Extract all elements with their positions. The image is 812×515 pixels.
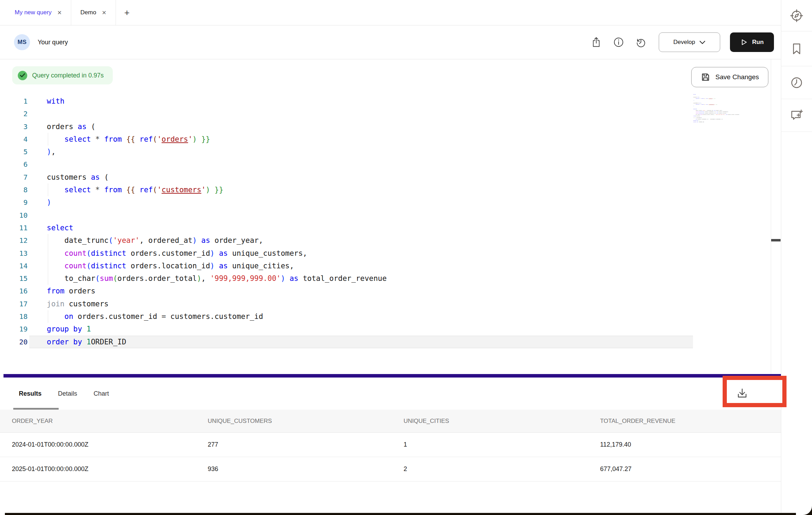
code-line-text: count(distinct orders.customer_id) as un…	[28, 247, 771, 260]
results-table: ORDER_YEARUNIQUE_CUSTOMERSUNIQUE_CITIEST…	[0, 410, 781, 482]
editor-right-border	[771, 59, 771, 374]
code-line-text: ),	[28, 145, 771, 158]
indent-guide	[48, 234, 48, 247]
column-header[interactable]: TOTAL_ORDER_REVENUE	[600, 418, 781, 425]
table-cell: 1	[404, 441, 600, 448]
bottom-right-corner	[796, 506, 812, 515]
run-label: Run	[752, 39, 763, 46]
compass-icon[interactable]	[781, 0, 812, 31]
clock-icon[interactable]	[781, 66, 812, 99]
share-icon[interactable]	[590, 36, 602, 48]
tab-label: My new query	[15, 9, 52, 16]
line-number: 4	[0, 133, 28, 145]
chevron-down-icon	[699, 40, 706, 44]
code-line[interactable]: 12 date_trunc('year', ordered_at) as ord…	[0, 234, 771, 247]
code-line[interactable]: 19group by 1	[0, 323, 771, 335]
download-icon	[736, 387, 748, 400]
code-line[interactable]: 16from orders	[0, 285, 771, 297]
develop-dropdown[interactable]: Develop	[659, 32, 720, 52]
table-row[interactable]: 2025-01-01T00:00:00.000Z9362677,047.27	[0, 457, 781, 482]
editor-scrollbar-thumb[interactable]	[771, 239, 781, 241]
code-area[interactable]: 1with23orders as (4 select * from {{ ref…	[0, 95, 771, 348]
column-header[interactable]: UNIQUE_CUSTOMERS	[208, 418, 404, 425]
code-line-text: customers as (	[28, 171, 771, 184]
code-line[interactable]: 17join customers	[0, 298, 771, 310]
code-line[interactable]: 20order by 1ORDER_ID	[0, 336, 771, 348]
tab-my-new-query[interactable]: My new query ✕	[6, 0, 71, 25]
download-results-button[interactable]	[731, 382, 754, 404]
chat-sparkles-icon[interactable]	[781, 99, 812, 132]
line-number: 12	[0, 234, 28, 247]
code-line[interactable]: 5),	[0, 145, 771, 158]
table-row[interactable]: 2024-01-01T00:00:00.000Z2771112,179.40	[0, 433, 781, 457]
indent-guide	[48, 133, 48, 145]
column-header[interactable]: UNIQUE_CITIES	[404, 418, 600, 425]
indent-guide	[48, 260, 48, 272]
line-number: 5	[0, 145, 28, 158]
line-number: 19	[0, 323, 28, 335]
tab-chart[interactable]: Chart	[94, 390, 109, 397]
run-button[interactable]: Run	[730, 32, 774, 52]
code-line[interactable]: 1with	[0, 95, 771, 107]
code-line[interactable]: 14 count(distinct orders.location_id) as…	[0, 260, 771, 272]
sql-editor[interactable]: Query completed in 0.97s Save Changes 1w…	[0, 59, 781, 374]
main-panel: My new query ✕ Demo ✕ + MS Your query	[0, 0, 781, 515]
panel-resize-handle[interactable]	[3, 374, 781, 378]
tab-results[interactable]: Results	[19, 390, 42, 397]
avatar: MS	[14, 34, 30, 50]
status-message: Query completed in 0.97s	[32, 72, 104, 79]
tab-details[interactable]: Details	[58, 390, 77, 397]
close-icon[interactable]: ✕	[102, 9, 106, 16]
history-icon[interactable]	[635, 36, 647, 48]
play-icon	[740, 38, 748, 46]
query-status-badge: Query completed in 0.97s	[12, 66, 113, 84]
save-icon	[701, 72, 710, 82]
line-number: 6	[0, 158, 28, 171]
line-number: 15	[0, 272, 28, 285]
table-cell: 2	[404, 465, 600, 473]
code-line[interactable]: 15 to_char(sum(orders.order_total), '999…	[0, 272, 771, 285]
table-header-row: ORDER_YEARUNIQUE_CUSTOMERSUNIQUE_CITIEST…	[0, 410, 781, 433]
line-number: 17	[0, 298, 28, 310]
code-line[interactable]: 11select	[0, 222, 771, 234]
tab-demo[interactable]: Demo ✕	[71, 0, 116, 25]
code-line-text	[28, 107, 771, 120]
info-icon[interactable]	[613, 36, 625, 48]
code-line-text: from orders	[28, 285, 771, 297]
bookmark-icon[interactable]	[781, 31, 812, 66]
line-number: 2	[0, 107, 28, 120]
code-line[interactable]: 6	[0, 158, 771, 171]
line-number: 9	[0, 196, 28, 209]
code-line[interactable]: 13 count(distinct orders.customer_id) as…	[0, 247, 771, 260]
code-line[interactable]: 8 select * from {{ ref('customers') }}	[0, 184, 771, 196]
code-line-text: to_char(sum(orders.order_total), '999,99…	[28, 272, 771, 285]
code-line[interactable]: 7customers as (	[0, 171, 771, 184]
line-number: 14	[0, 260, 28, 272]
code-line-text: date_trunc('year', ordered_at) as order_…	[28, 234, 771, 247]
column-header[interactable]: ORDER_YEAR	[12, 418, 208, 425]
save-changes-button[interactable]: Save Changes	[691, 67, 768, 87]
new-tab-button[interactable]: +	[116, 0, 138, 25]
code-line[interactable]: 9)	[0, 196, 771, 209]
close-icon[interactable]: ✕	[57, 9, 62, 16]
code-line[interactable]: 3orders as (	[0, 120, 771, 133]
save-label: Save Changes	[715, 73, 759, 81]
table-cell: 677,047.27	[600, 465, 781, 473]
table-cell: 2024-01-01T00:00:00.000Z	[12, 441, 208, 448]
code-line-text	[28, 158, 771, 171]
line-number: 16	[0, 285, 28, 297]
table-cell: 277	[208, 441, 404, 448]
code-line[interactable]: 2	[0, 107, 771, 120]
code-line-text: orders as (	[28, 120, 771, 133]
code-line[interactable]: 10	[0, 209, 771, 222]
tab-bar: My new query ✕ Demo ✕ +	[0, 0, 781, 25]
tab-label: Demo	[80, 9, 96, 16]
code-line[interactable]: 4 select * from {{ ref('orders') }}	[0, 133, 771, 145]
results-tab-bar: Results Details Chart	[0, 378, 781, 410]
code-line[interactable]: 18 on orders.customer_id = customers.cus…	[0, 310, 771, 323]
line-number: 3	[0, 120, 28, 133]
code-line-text: order by 1ORDER_ID	[28, 336, 771, 348]
code-line-text: count(distinct orders.location_id) as un…	[28, 260, 771, 272]
line-number: 1	[0, 95, 28, 107]
line-number: 8	[0, 184, 28, 196]
